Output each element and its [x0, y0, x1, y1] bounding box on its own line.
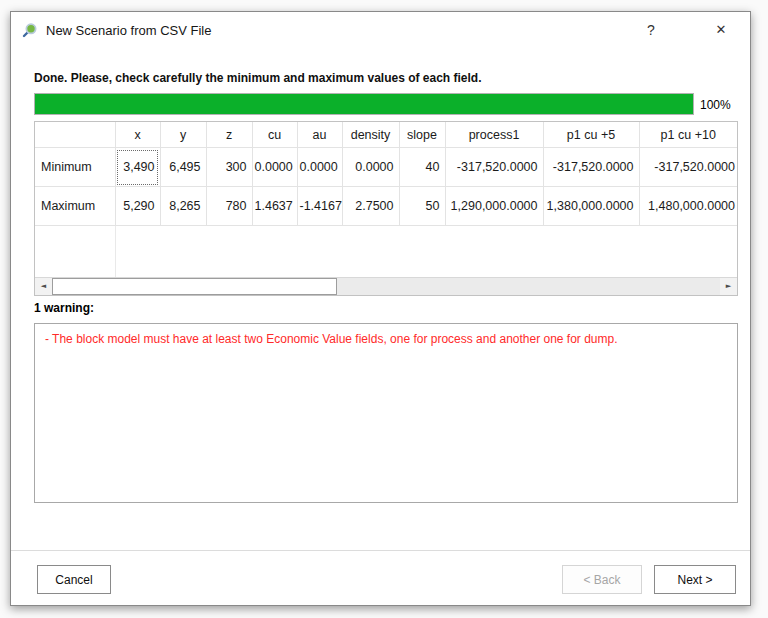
next-button[interactable]: Next >: [654, 565, 736, 594]
grid-cell[interactable]: -1.4167: [297, 187, 342, 226]
magnifier-app-icon: [21, 22, 38, 39]
table-row: Maximum5,2908,2657801.4637-1.41672.75005…: [35, 187, 737, 226]
progress-bar: [34, 93, 694, 115]
help-icon[interactable]: ?: [636, 16, 666, 44]
horizontal-scrollbar[interactable]: ◄ ►: [35, 277, 737, 295]
column-header: [35, 122, 115, 148]
cancel-button[interactable]: Cancel: [37, 565, 111, 594]
column-header: z: [206, 122, 252, 148]
grid-cell[interactable]: 8,265: [160, 187, 206, 226]
column-header: y: [160, 122, 206, 148]
grid-cell[interactable]: 1,380,000.0000: [543, 187, 639, 226]
grid-cell[interactable]: 2.7500: [342, 187, 399, 226]
column-header: slope: [399, 122, 445, 148]
new-scenario-dialog: New Scenario from CSV File ? ✕ Done. Ple…: [10, 11, 751, 606]
titlebar: New Scenario from CSV File ? ✕: [11, 12, 750, 48]
footer-divider: [11, 550, 750, 551]
grid-cell[interactable]: -317,520.0000: [543, 148, 639, 187]
grid-cell[interactable]: 3,490: [115, 148, 160, 187]
grid-cell[interactable]: 0.0000: [252, 148, 297, 187]
minmax-table: xyzcuaudensityslopeprocess1p1 cu +5p1 cu…: [35, 122, 737, 226]
column-header: process1: [445, 122, 543, 148]
column-header: x: [115, 122, 160, 148]
scroll-right-arrow-icon[interactable]: ►: [720, 278, 737, 295]
grid-cell[interactable]: 1.4637: [252, 187, 297, 226]
grid-cell[interactable]: 0.0000: [342, 148, 399, 187]
column-header: p1 cu +5: [543, 122, 639, 148]
grid-cell[interactable]: 5,290: [115, 187, 160, 226]
column-header: p1 cu +10: [639, 122, 737, 148]
table-row: Minimum3,4906,4953000.00000.00000.000040…: [35, 148, 737, 187]
grid-cell[interactable]: 0.0000: [297, 148, 342, 187]
scrollbar-thumb[interactable]: [52, 278, 337, 295]
grid-cell[interactable]: 6,495: [160, 148, 206, 187]
grid-cell[interactable]: -317,520.0000: [445, 148, 543, 187]
grid-cell[interactable]: 40: [399, 148, 445, 187]
column-header: cu: [252, 122, 297, 148]
grid-cell[interactable]: 300: [206, 148, 252, 187]
grid-cell[interactable]: 50: [399, 187, 445, 226]
grid-cell[interactable]: 780: [206, 187, 252, 226]
progress-fill: [35, 94, 693, 114]
row-header[interactable]: Minimum: [35, 148, 115, 187]
window-title: New Scenario from CSV File: [46, 23, 636, 38]
column-header: au: [297, 122, 342, 148]
grid-cell[interactable]: -317,520.0000: [639, 148, 737, 187]
minmax-grid: xyzcuaudensityslopeprocess1p1 cu +5p1 cu…: [34, 121, 738, 296]
back-button[interactable]: < Back: [562, 565, 642, 594]
warnings-box: - The block model must have at least two…: [34, 323, 738, 503]
scroll-left-arrow-icon[interactable]: ◄: [35, 278, 52, 295]
close-icon[interactable]: ✕: [706, 16, 736, 44]
grid-cell[interactable]: 1,480,000.0000: [639, 187, 737, 226]
warnings-header: 1 warning:: [34, 301, 94, 315]
warning-item: - The block model must have at least two…: [45, 331, 727, 348]
column-header: density: [342, 122, 399, 148]
grid-cell[interactable]: 1,290,000.0000: [445, 187, 543, 226]
grid-empty-area: [35, 226, 737, 277]
progress-percent-label: 100%: [700, 98, 731, 112]
row-header[interactable]: Maximum: [35, 187, 115, 226]
status-message: Done. Please, check carefully the minimu…: [34, 71, 730, 85]
